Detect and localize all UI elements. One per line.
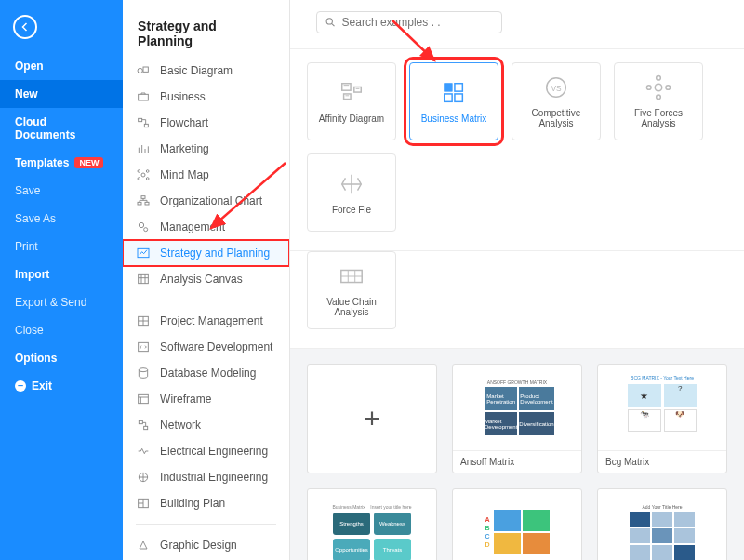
diagram-type-business-matrix[interactable]: Business Matrix xyxy=(409,62,498,140)
template-business-matrix-5[interactable]: ABCDBusiness Matrix 5 xyxy=(452,488,582,560)
template-business-matrix-4[interactable]: Business Matrix Insert your title hereSt… xyxy=(307,488,437,560)
diagram-type-five-forces-analysis[interactable]: Five Forces Analysis xyxy=(614,62,703,140)
nav-item-save[interactable]: Save xyxy=(0,177,123,205)
chain-icon xyxy=(338,263,365,289)
nav-item-cloud-documents[interactable]: Cloud Documents xyxy=(0,108,123,149)
svg-rect-4 xyxy=(144,124,148,127)
diagram-type-value-chain-analysis[interactable]: Value Chain Analysis xyxy=(307,251,396,329)
category-item-project-management[interactable]: Project Management xyxy=(123,308,289,334)
svg-text:VS: VS xyxy=(551,84,562,93)
category-item-analysis-canvas[interactable]: Analysis Canvas xyxy=(123,266,289,292)
svg-rect-22 xyxy=(144,426,148,429)
category-item-electrical-engineering[interactable]: Electrical Engineering xyxy=(123,438,289,464)
svg-point-38 xyxy=(655,84,661,90)
nav-label: Options xyxy=(15,352,57,365)
diagram-type-label: Value Chain Analysis xyxy=(308,297,395,317)
category-item-software-development[interactable]: Software Development xyxy=(123,334,289,360)
svg-rect-32 xyxy=(445,83,452,90)
category-item-database-modeling[interactable]: Database Modeling xyxy=(123,360,289,386)
template-bcg-matrix[interactable]: BCG MATRIX - Your Text Here★?🐄🐶Bcg Matri… xyxy=(597,364,727,473)
svg-point-7 xyxy=(146,170,149,173)
svg-rect-10 xyxy=(141,196,145,199)
template-new[interactable]: + xyxy=(307,364,437,473)
category-item-business[interactable]: Business xyxy=(123,84,289,110)
back-button[interactable] xyxy=(13,15,37,39)
nav-item-open[interactable]: Open xyxy=(0,52,123,80)
svg-rect-20 xyxy=(139,394,149,403)
svg-rect-31 xyxy=(344,93,351,99)
category-item-strategy-and-planning[interactable]: Strategy and Planning xyxy=(123,240,289,266)
diagram-type-force-fie[interactable]: Force Fie xyxy=(307,153,396,232)
category-item-network[interactable]: Network xyxy=(123,412,289,438)
category-item-building-plan[interactable]: Building Plan xyxy=(123,490,289,516)
category-label: Software Development xyxy=(160,340,272,353)
svg-point-14 xyxy=(144,228,148,232)
force-icon xyxy=(338,171,365,197)
nav-item-close[interactable]: Close xyxy=(0,316,123,344)
category-item-industrial-engineering[interactable]: Industrial Engineering xyxy=(123,464,289,490)
svg-point-13 xyxy=(139,222,143,227)
search-input[interactable] xyxy=(342,16,494,29)
diagram-type-affinity-diagram[interactable]: Affinity Diagram xyxy=(307,62,396,140)
gd-icon xyxy=(136,538,151,553)
wire-icon xyxy=(136,392,151,407)
category-label: Basic Diagram xyxy=(160,64,232,77)
category-panel: Strategy and Planning Basic DiagramBusin… xyxy=(123,0,290,560)
category-item-flowchart[interactable]: Flowchart xyxy=(123,110,289,136)
five-icon xyxy=(644,74,672,100)
category-title: Strategy and Planning xyxy=(123,0,289,58)
template-thumb: ABCD xyxy=(453,489,581,560)
search-bar-wrap xyxy=(290,0,744,49)
diagram-type-label: Force Fie xyxy=(328,205,375,215)
category-label: Mind Map xyxy=(160,168,209,181)
nav-item-options[interactable]: Options xyxy=(0,344,123,372)
exit-icon: – xyxy=(15,380,26,392)
svg-rect-16 xyxy=(139,274,149,283)
db-icon xyxy=(136,366,151,380)
svg-point-9 xyxy=(146,178,149,180)
template-thumb: + xyxy=(308,365,436,473)
svg-point-42 xyxy=(646,86,651,90)
diagram-type-label: Business Matrix xyxy=(418,113,491,124)
category-item-marketing[interactable]: Marketing xyxy=(123,136,289,162)
nav-item-exit[interactable]: –Exit xyxy=(0,372,123,400)
category-item-graphic-design[interactable]: Graphic Design xyxy=(123,532,289,558)
svg-rect-21 xyxy=(139,420,142,423)
category-item-management[interactable]: Management xyxy=(123,214,289,240)
svg-rect-34 xyxy=(445,93,452,100)
grid-icon xyxy=(136,313,151,328)
nav-label: Print xyxy=(15,240,38,253)
search-box[interactable] xyxy=(316,11,502,33)
new-badge: NEW xyxy=(74,157,103,168)
template-thumb: Business Matrix Insert your title hereSt… xyxy=(308,489,436,560)
nav-item-import[interactable]: Import xyxy=(0,260,123,288)
category-label: Management xyxy=(160,220,225,233)
category-item-wireframe[interactable]: Wireframe xyxy=(123,386,289,412)
category-item-mind-map[interactable]: Mind Map xyxy=(123,162,289,188)
nav-item-export-send[interactable]: Export & Send xyxy=(0,288,123,316)
diagram-type-label: Five Forces Analysis xyxy=(615,108,702,128)
nav-label: Open xyxy=(15,60,44,73)
nav-label: New xyxy=(15,87,38,100)
net-icon xyxy=(136,418,151,433)
nav-item-new[interactable]: New xyxy=(0,80,123,108)
nav-item-save-as[interactable]: Save As xyxy=(0,205,123,233)
svg-point-40 xyxy=(666,86,671,90)
category-divider xyxy=(136,300,276,300)
arrow-left-icon xyxy=(20,21,31,33)
category-item-organizational-chart[interactable]: Organizational Chart xyxy=(123,188,289,214)
gears-icon xyxy=(136,220,151,234)
vs-icon: VS xyxy=(542,74,570,100)
category-item-basic-diagram[interactable]: Basic Diagram xyxy=(123,58,289,84)
diagram-type-competitive-analysis[interactable]: VSCompetitive Analysis xyxy=(512,62,601,140)
plus-icon: + xyxy=(364,403,380,434)
category-label: Building Plan xyxy=(160,497,225,510)
nav-item-print[interactable]: Print xyxy=(0,233,123,260)
nav-item-templates[interactable]: TemplatesNEW xyxy=(0,149,123,177)
svg-point-19 xyxy=(139,368,147,372)
svg-point-8 xyxy=(138,178,140,180)
affinity-icon xyxy=(338,80,365,106)
template-business-matrix-6[interactable]: Add Your Title HereBusiness Matrix 6 xyxy=(597,488,727,560)
matrix-icon xyxy=(440,80,468,106)
template-ansoff-matrix[interactable]: ANSOFF GROWTH MATRIXMarketPenetrationPro… xyxy=(452,364,582,473)
